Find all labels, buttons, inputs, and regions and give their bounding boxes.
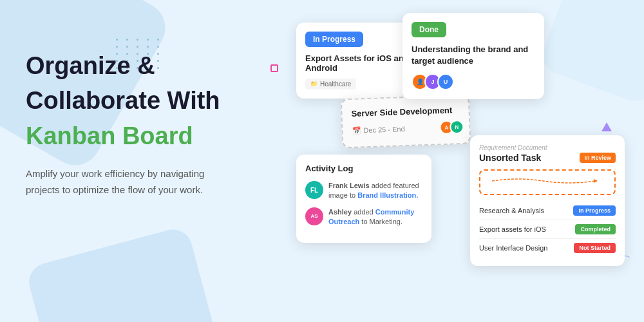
task-row-2: Export assets for iOS Completed [479, 220, 616, 239]
activity-action-2: added [354, 208, 375, 216]
activity-card: Activity Log FL Frank Lewis added featur… [296, 155, 431, 243]
task-badge-1: In Progress [573, 205, 616, 216]
description-text: Amplify your work efficiency by navigati… [26, 166, 232, 198]
task-name-1: Research & Analysis [479, 207, 544, 214]
headline-line1: Organize & [26, 52, 270, 81]
activity-action-2b: to Marketing. [361, 218, 402, 225]
activity-item-2: AS Ashley added Community Outreach to Ma… [305, 207, 422, 227]
avatar-2: N [450, 120, 464, 135]
task-name-2: Export assets for iOS [479, 225, 546, 233]
calendar-icon: 📅 [352, 126, 361, 135]
server-avatars: A N [439, 120, 460, 135]
activity-avatar-2: AS [305, 207, 323, 225]
done-avatars: 👤 J U [412, 73, 535, 90]
activity-item-1: FL Frank Lewis added featured image to B… [305, 181, 422, 201]
activity-name-2: Ashley [328, 208, 352, 216]
activity-name-1: Frank Lewis [328, 182, 370, 189]
done-avatar-3: U [437, 73, 454, 90]
server-date: 📅 Dec 25 - End [352, 125, 405, 135]
activity-header: Activity Log [305, 164, 422, 173]
unsorted-title: Unsorted Task [479, 153, 541, 163]
req-label: Requirement Document [479, 144, 616, 151]
unsorted-header: Unsorted Task In Review [479, 153, 616, 163]
server-task-title: Server Side Development [351, 105, 459, 118]
server-card: Server Side Development 📅 Dec 25 - End A… [341, 95, 471, 149]
bg-shape-bottomleft [25, 225, 220, 322]
headline-line2: Collaborate With [26, 86, 270, 116]
done-badge: Done [412, 22, 446, 37]
task-badge-2: Completed [575, 224, 616, 234]
activity-avatar-1: FL [305, 181, 323, 199]
unsorted-card: Requirement Document Unsorted Task In Re… [470, 135, 625, 266]
task-row-1: Research & Analysis In Progress [479, 202, 616, 220]
right-section: In Progress Export Assets for iOS and An… [283, 0, 644, 322]
square-decoration [270, 64, 278, 72]
done-task-title: Understanding the brand and target audie… [412, 44, 535, 67]
dashed-area [479, 169, 616, 195]
done-card: Done Understanding the brand and target … [402, 13, 544, 99]
activity-link-1: Brand Illustration. [357, 191, 418, 199]
task-name-3: User Interface Design [479, 244, 547, 252]
inreview-badge: In Review [580, 153, 616, 163]
folder-icon: 📁 [310, 80, 317, 87]
task-badge-3: Not Started [574, 243, 616, 253]
activity-text-1: Frank Lewis added featured image to Bran… [328, 181, 422, 201]
headline-line3: Kanban Board [26, 120, 270, 152]
inprogress-badge: In Progress [305, 32, 363, 47]
task-row-3: User Interface Design Not Started [479, 239, 616, 257]
tag-label: Healthcare [320, 80, 351, 88]
left-section: Organize & Collaborate With Kanban Board… [26, 52, 270, 198]
dashed-arrow-svg [486, 176, 601, 186]
svg-marker-0 [594, 179, 598, 183]
activity-text-2: Ashley added Community Outreach to Marke… [328, 207, 422, 227]
inprogress-tag: 📁 Healthcare [305, 79, 356, 90]
